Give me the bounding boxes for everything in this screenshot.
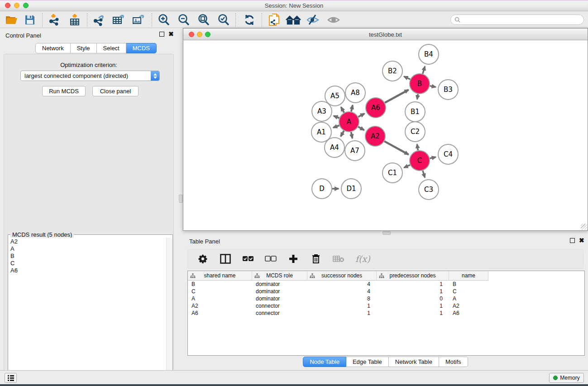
table-cell[interactable]: B: [449, 281, 488, 288]
table-cell[interactable]: A2: [449, 302, 488, 310]
tab-node-table[interactable]: Node Table: [303, 357, 346, 367]
table-cell[interactable]: 1: [307, 310, 377, 317]
table-cell[interactable]: dominator: [252, 295, 307, 302]
mcds-result-list[interactable]: A2ABCA6: [9, 238, 166, 386]
deselect-all-columns-icon[interactable]: [265, 253, 277, 265]
float-panel-icon[interactable]: [570, 238, 575, 243]
column-header-name[interactable]: name: [449, 271, 488, 281]
table-cell[interactable]: B: [188, 281, 252, 288]
graph-edge-B-B1[interactable]: [417, 94, 418, 100]
network-window-titlebar[interactable]: testGlobe.txt: [183, 29, 588, 40]
delete-table-icon[interactable]: [333, 253, 344, 265]
graph-edge-B-B3[interactable]: [430, 86, 436, 87]
graph-edge-A-A8[interactable]: [351, 105, 353, 111]
network-graph[interactable]: B4B2BB3A8A5A6A3B1AC2A1A2A4A7C4CC1DD1C3: [183, 40, 588, 230]
horizontal-splitter-grip[interactable]: [382, 231, 391, 235]
result-scrollbar[interactable]: [166, 238, 172, 386]
close-panel-icon[interactable]: ✖: [579, 238, 584, 243]
search-field[interactable]: [450, 14, 584, 25]
create-column-icon[interactable]: [287, 253, 299, 265]
close-panel-button[interactable]: Close panel: [92, 86, 139, 96]
save-session-icon[interactable]: [23, 13, 37, 27]
table-cell[interactable]: 0: [377, 295, 449, 302]
zoom-in-icon[interactable]: [157, 13, 171, 27]
refresh-icon[interactable]: [243, 13, 256, 27]
optimization-criterion-dropdown[interactable]: largest connected component (directed): [20, 71, 160, 81]
graph-edge-C-C1[interactable]: [404, 165, 410, 167]
close-panel-icon[interactable]: ✖: [168, 32, 174, 37]
table-cell[interactable]: dominator: [252, 281, 307, 288]
result-list-item[interactable]: A: [9, 245, 166, 252]
table-cell[interactable]: 1: [377, 288, 449, 295]
import-network-icon[interactable]: [48, 13, 61, 27]
graph-edge-A-A3[interactable]: [334, 116, 339, 118]
graph-edge-C-C2[interactable]: [417, 144, 418, 151]
result-list-item[interactable]: A6: [9, 267, 166, 274]
graph-edge-A-A4[interactable]: [341, 131, 344, 137]
graph-edge-A-A2[interactable]: [358, 127, 364, 130]
graph-edge-A-A5[interactable]: [341, 107, 344, 113]
run-mcds-button[interactable]: Run MCDS: [42, 86, 86, 96]
function-builder-icon[interactable]: f(x): [355, 254, 370, 264]
tab-style[interactable]: Style: [71, 43, 97, 53]
table-row[interactable]: A2connector11A2: [188, 302, 584, 310]
hide-graphics-details-icon[interactable]: [306, 13, 320, 27]
home-layout-icon[interactable]: [285, 13, 301, 27]
table-cell[interactable]: A: [188, 295, 252, 302]
export-table-icon[interactable]: [112, 13, 125, 27]
result-list-item[interactable]: A2: [9, 238, 166, 245]
export-network-icon[interactable]: [92, 13, 105, 27]
network-canvas[interactable]: B4B2BB3A8A5A6A3B1AC2A1A2A4A7C4CC1DD1C3: [183, 40, 588, 230]
graph-edge-A6-B[interactable]: [385, 90, 408, 103]
graph-edge-A2-C[interactable]: [384, 141, 408, 154]
table-cell[interactable]: A: [449, 295, 488, 302]
column-header-predecessor-nodes[interactable]: predecessor nodes: [377, 271, 449, 281]
search-input[interactable]: [460, 17, 574, 23]
select-all-columns-icon[interactable]: [242, 253, 254, 265]
table-cell[interactable]: connector: [252, 302, 307, 310]
graph-edge-B-B2[interactable]: [404, 76, 410, 79]
graph-edge-B-B4[interactable]: [423, 67, 425, 74]
table-cell[interactable]: 8: [307, 295, 377, 302]
export-image-icon[interactable]: [132, 13, 145, 27]
tab-select[interactable]: Select: [97, 43, 126, 53]
node-table[interactable]: shared nameMCDS rolesuccessor nodesprede…: [187, 271, 585, 356]
column-header-shared-name[interactable]: shared name: [188, 271, 252, 281]
graph-edge-C-C3[interactable]: [423, 171, 425, 177]
result-list-item[interactable]: C: [9, 259, 166, 267]
show-column-panel-icon[interactable]: [220, 253, 231, 265]
table-cell[interactable]: dominator: [252, 288, 307, 295]
table-cell[interactable]: A2: [188, 302, 252, 310]
table-row[interactable]: Adominator80A: [188, 295, 584, 302]
column-header-MCDS-role[interactable]: MCDS role: [252, 271, 307, 281]
zoom-selected-icon[interactable]: [217, 13, 230, 27]
table-cell[interactable]: 1: [377, 310, 449, 317]
console-button[interactable]: [5, 373, 17, 383]
open-file-icon[interactable]: [5, 13, 19, 27]
table-options-gear-icon[interactable]: [197, 253, 209, 265]
result-list-item[interactable]: B: [9, 252, 166, 259]
tab-mcds[interactable]: MCDS: [126, 43, 157, 53]
tab-network[interactable]: Network: [35, 43, 71, 53]
table-cell[interactable]: connector: [252, 310, 307, 317]
window-resize-grip[interactable]: [581, 224, 587, 230]
tab-edge-table[interactable]: Edge Table: [346, 357, 389, 367]
show-graphics-details-icon[interactable]: [327, 13, 340, 27]
table-cell[interactable]: 1: [377, 302, 449, 310]
table-cell[interactable]: 1: [377, 281, 449, 288]
import-table-icon[interactable]: [68, 13, 81, 27]
float-panel-icon[interactable]: [159, 32, 164, 37]
delete-column-icon[interactable]: [310, 253, 322, 265]
column-header-successor-nodes[interactable]: successor nodes: [307, 271, 377, 281]
table-cell[interactable]: C: [188, 288, 252, 295]
zoom-out-icon[interactable]: [177, 13, 191, 27]
table-cell[interactable]: 4: [307, 281, 377, 288]
vertical-splitter-grip[interactable]: [179, 195, 183, 203]
graph-edge-A-A7[interactable]: [351, 132, 353, 138]
table-cell[interactable]: 4: [307, 288, 377, 295]
table-row[interactable]: A6connector11A6: [188, 310, 584, 317]
duplicate-network-icon[interactable]: [268, 13, 282, 27]
zoom-fit-icon[interactable]: [197, 13, 210, 27]
table-cell[interactable]: A6: [188, 310, 252, 317]
graph-edge-A-A6[interactable]: [358, 114, 364, 117]
